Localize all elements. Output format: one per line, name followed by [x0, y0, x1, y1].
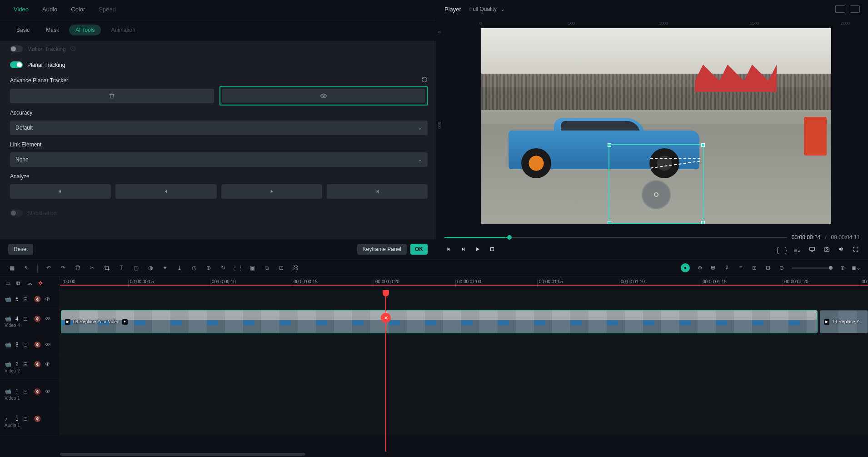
preview-tracker-button[interactable] — [222, 89, 426, 103]
redo-icon[interactable]: ↷ — [60, 264, 67, 271]
target-icon[interactable]: ⊕ — [205, 264, 212, 271]
zoom-in-icon[interactable]: ⊕ — [839, 264, 846, 271]
copy-icon[interactable]: ⧉ — [263, 264, 270, 271]
adjust-icon[interactable]: ⋮⋮ — [234, 264, 241, 271]
tab-audio[interactable]: Audio — [42, 6, 57, 13]
subtab-mask[interactable]: Mask — [40, 25, 65, 35]
clip-09-replace[interactable]: ▶ 09 Replace Your Video ✦ — [61, 310, 818, 333]
track-display-icon[interactable]: ≣⌄ — [853, 264, 860, 271]
seek-track[interactable] — [444, 237, 787, 238]
ok-button[interactable]: OK — [410, 244, 428, 255]
timer-icon[interactable]: ◷ — [190, 264, 198, 271]
keyframe-panel-button[interactable]: Keyframe Panel — [357, 244, 407, 255]
fullscreen-icon[interactable] — [852, 246, 860, 254]
visibility-icon[interactable]: 👁 — [45, 388, 51, 395]
link-tracks-icon[interactable]: ⧉ — [16, 280, 23, 286]
mute-icon[interactable]: 🔇 — [34, 316, 40, 322]
snapshot-icon[interactable] — [823, 246, 831, 254]
caption-icon[interactable]: ⊟ — [764, 264, 772, 271]
analyze-forward-all-button[interactable] — [327, 184, 428, 199]
rotate-handle[interactable] — [642, 180, 671, 209]
link-icon[interactable]: ⛓ — [292, 264, 299, 271]
layout-icon[interactable]: ≡⌄ — [793, 247, 802, 253]
text-icon[interactable]: T — [118, 264, 125, 271]
seek-thumb[interactable] — [507, 235, 512, 240]
video-viewport[interactable] — [444, 26, 868, 231]
tab-video[interactable]: Video — [14, 6, 29, 13]
planar-track-box[interactable] — [609, 144, 704, 224]
mic-icon[interactable]: 🎙 — [723, 264, 731, 271]
playhead[interactable]: ✕ — [385, 290, 386, 452]
auto-mode-icon[interactable] — [681, 263, 690, 272]
subtab-ai-tools[interactable]: AI Tools — [69, 25, 101, 35]
collapse-icon[interactable]: ⊟ — [23, 416, 30, 422]
magnet-icon[interactable]: ⫘ — [27, 280, 34, 286]
collapse-icon[interactable]: ⊟ — [23, 341, 30, 348]
tab-color[interactable]: Color — [71, 6, 85, 13]
analyze-forward-one-button[interactable] — [221, 184, 322, 199]
reset-section-icon[interactable] — [421, 76, 428, 84]
zoom-out-icon[interactable]: ⊖ — [778, 264, 785, 271]
playhead-grip[interactable]: ✕ — [381, 313, 391, 323]
rect-tool-icon[interactable]: ▢ — [132, 264, 140, 271]
collapse-icon[interactable]: ⊟ — [23, 361, 30, 367]
mute-icon[interactable]: 🔇 — [34, 341, 40, 348]
volume-icon[interactable] — [837, 246, 845, 254]
play-button[interactable] — [474, 246, 482, 254]
list-icon[interactable]: ≡ — [737, 264, 744, 271]
visibility-icon[interactable]: 👁 — [45, 316, 51, 322]
rotate-icon[interactable]: ↻ — [219, 264, 227, 271]
planar-tracking-toggle[interactable] — [10, 61, 23, 68]
motion-tracking-label: Motion Tracking — [27, 46, 66, 52]
visibility-icon[interactable]: 👁 — [45, 361, 51, 367]
subtab-basic[interactable]: Basic — [10, 25, 36, 35]
collapse-icon[interactable]: ⊟ — [23, 316, 30, 322]
mark-out-icon[interactable]: } — [785, 246, 787, 254]
grid-view-icon[interactable] — [835, 5, 845, 13]
stop-button[interactable] — [488, 246, 496, 254]
shield-icon[interactable]: ⛨ — [710, 264, 717, 271]
visibility-icon[interactable]: 👁 — [45, 341, 51, 348]
collapse-icon[interactable]: ⊟ — [23, 388, 30, 395]
split-icon[interactable]: ✂ — [89, 264, 96, 271]
next-frame-button[interactable] — [459, 246, 467, 254]
timeline-scrollbar[interactable] — [0, 452, 868, 457]
pip-icon[interactable]: ⊞ — [751, 264, 758, 271]
analyze-back-one-button[interactable] — [115, 184, 216, 199]
picture-view-icon[interactable] — [850, 5, 860, 13]
accuracy-dropdown[interactable]: Default ⌄ — [10, 121, 428, 135]
zoom-slider[interactable] — [792, 267, 833, 269]
undo-icon[interactable]: ↶ — [45, 264, 52, 271]
link-element-dropdown[interactable]: None ⌄ — [10, 152, 428, 167]
delete-icon[interactable] — [74, 264, 81, 271]
group-icon[interactable]: ▣ — [249, 264, 256, 271]
analyze-back-all-button[interactable] — [10, 184, 111, 199]
prev-frame-button[interactable] — [444, 246, 453, 254]
scrollbar-thumb[interactable] — [60, 453, 305, 456]
visibility-icon[interactable]: 👁 — [45, 296, 51, 302]
gear-icon[interactable]: ⚙ — [696, 264, 703, 271]
collapse-icon[interactable]: ⊟ — [23, 296, 30, 302]
pointer-icon[interactable]: ↖ — [23, 264, 30, 271]
effects-icon[interactable]: ✦ — [161, 264, 169, 271]
timeline-ruler[interactable]: :00:00 00:00:00:05 00:00:00:10 00:00:00:… — [60, 276, 868, 290]
ripple-icon[interactable]: ▭ — [5, 280, 12, 286]
export-icon[interactable]: ⤓ — [176, 264, 183, 271]
mark-in-icon[interactable]: { — [777, 246, 779, 254]
marker-icon[interactable]: ✲ — [38, 280, 45, 286]
mute-icon[interactable]: 🔇 — [34, 296, 40, 302]
grid-icon[interactable]: ▦ — [8, 264, 15, 271]
crop-icon[interactable] — [103, 264, 110, 271]
mute-icon[interactable]: 🔇 — [34, 388, 40, 395]
video-track-icon: 📹 — [5, 388, 11, 395]
monitor-icon[interactable] — [808, 246, 816, 254]
color-icon[interactable]: ◑ — [147, 264, 154, 271]
quality-dropdown[interactable]: Full Quality ⌄ — [469, 6, 505, 12]
mute-icon[interactable]: 🔇 — [34, 361, 40, 367]
mute-icon[interactable]: 🔇 — [34, 416, 40, 422]
delete-tracker-button[interactable] — [10, 89, 214, 103]
motion-tracking-toggle[interactable] — [10, 45, 23, 52]
clip-13-replace[interactable]: ▶ 13 Replace Y — [820, 310, 868, 333]
reset-button[interactable]: Reset — [8, 244, 33, 255]
frame-icon[interactable]: ⊡ — [278, 264, 285, 271]
